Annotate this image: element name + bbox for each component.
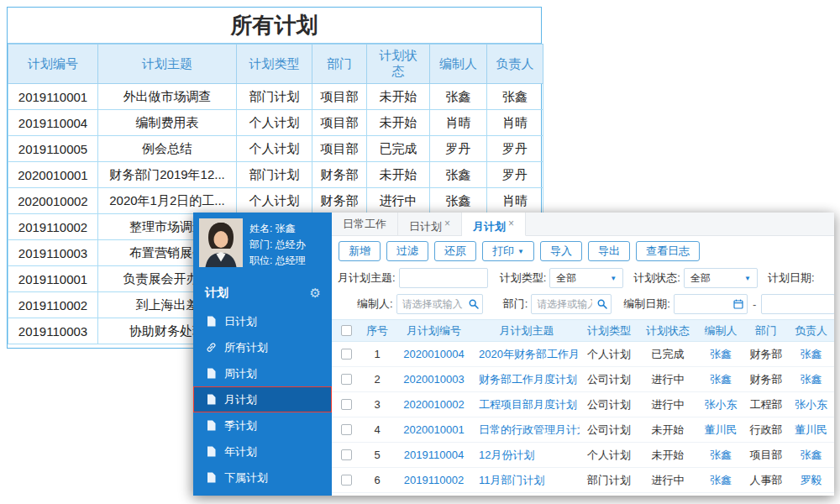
gear-icon[interactable]: ⚙ bbox=[310, 286, 321, 299]
compile-date-end-input[interactable] bbox=[761, 294, 834, 314]
table-row[interactable]: 1 2020010004 2020年财务部工作月... 个人计划 已完成 张鑫 … bbox=[332, 342, 834, 367]
close-icon[interactable]: × bbox=[444, 218, 450, 229]
cell-owner-link[interactable]: 张鑫 bbox=[788, 372, 834, 387]
cell-status: 未开始 bbox=[367, 162, 430, 188]
cell-subject-link[interactable]: 财务部工作月度计划 bbox=[474, 372, 580, 387]
cell-status: 进行中 bbox=[638, 473, 697, 488]
search-icon[interactable] bbox=[597, 299, 607, 309]
table-row[interactable]: 2019110004 编制费用表 个人计划 项目部 未开始 肖晴 肖晴 bbox=[8, 110, 543, 136]
type-filter-value: 全部 bbox=[556, 271, 576, 286]
cell-owner: 张鑫 bbox=[487, 84, 543, 110]
cell-plan-id: 2019110003 bbox=[8, 240, 98, 266]
calendar-icon[interactable] bbox=[733, 299, 743, 309]
column-header-status: 计划状态 bbox=[638, 323, 697, 339]
cell-plan-id-link[interactable]: 2019110004 bbox=[394, 449, 474, 461]
cell-subject-link[interactable]: 工程项目部月度计划 bbox=[474, 397, 580, 412]
table-row[interactable]: 5 2019110004 12月份计划 个人计划 未开始 张鑫 项目部 张鑫 bbox=[332, 443, 834, 468]
table-row[interactable]: 2 2020010003 财务部工作月度计划 公司计划 进行中 张鑫 财务部 张… bbox=[332, 367, 834, 392]
cell-subject-link[interactable]: 日常的行政管理月计划 bbox=[474, 423, 580, 438]
status-filter-label: 计划状态: bbox=[633, 270, 680, 286]
sidebar-item-label: 日计划 bbox=[224, 314, 257, 329]
cell-compiler-link[interactable]: 董川民 bbox=[697, 423, 744, 438]
sidebar-item-label: 周计划 bbox=[224, 366, 257, 381]
cell-plan-id-link[interactable]: 2019110002 bbox=[394, 474, 474, 486]
cell-compiler-link[interactable]: 张鑫 bbox=[697, 372, 744, 387]
table-row[interactable]: 2019110001 外出做市场调查 部门计划 项目部 未开始 张鑫 张鑫 bbox=[8, 84, 543, 110]
tab-daily-plan[interactable]: 日计划× bbox=[398, 213, 462, 236]
cell-subject-link[interactable]: 11月部门计划 bbox=[474, 473, 580, 488]
cell-compiler: 罗丹 bbox=[430, 136, 487, 162]
cell-plan-id: 2019110001 bbox=[8, 84, 98, 110]
cell-plan-id-link[interactable]: 2020010003 bbox=[394, 373, 474, 386]
reset-button[interactable]: 还原 bbox=[434, 241, 476, 261]
status-filter-select[interactable]: 全部 ▼ bbox=[684, 268, 758, 288]
link-icon bbox=[206, 342, 217, 353]
filter-button[interactable]: 过滤 bbox=[386, 241, 428, 261]
tab-label: 日常工作 bbox=[343, 218, 386, 230]
table-row[interactable]: 2019110005 例会总结 个人计划 项目部 已完成 罗丹 罗丹 bbox=[8, 136, 543, 162]
close-icon[interactable]: × bbox=[508, 218, 514, 229]
sidebar-item-all-plans[interactable]: 所有计划 bbox=[193, 334, 332, 360]
add-button[interactable]: 新增 bbox=[339, 241, 381, 261]
cell-compiler-link[interactable]: 张鑫 bbox=[697, 473, 744, 488]
type-filter-select[interactable]: 全部 ▼ bbox=[549, 268, 623, 288]
cell-owner-link[interactable]: 张鑫 bbox=[788, 448, 834, 463]
cell-owner-link[interactable]: 董川民 bbox=[788, 423, 834, 438]
cell-compiler-link[interactable]: 张鑫 bbox=[697, 448, 744, 463]
row-checkbox[interactable] bbox=[341, 374, 352, 385]
search-icon[interactable] bbox=[469, 299, 479, 309]
cell-subject-link[interactable]: 2020年财务部工作月... bbox=[474, 347, 580, 362]
sidebar-item-daily-plan[interactable]: 日计划 bbox=[193, 308, 332, 334]
cell-type: 个人计划 bbox=[580, 448, 638, 463]
row-checkbox[interactable] bbox=[341, 349, 352, 360]
column-header-owner: 负责人 bbox=[487, 45, 543, 84]
cell-plan-id: 2020010001 bbox=[8, 162, 98, 188]
sidebar-section-plan[interactable]: 计划 ⚙ bbox=[193, 281, 332, 305]
cell-dept: 财务部 bbox=[312, 188, 367, 214]
cell-owner: 肖晴 bbox=[487, 188, 543, 214]
cell-subject-link[interactable]: 12月份计划 bbox=[474, 448, 580, 463]
cell-type: 部门计划 bbox=[237, 162, 312, 188]
sidebar-item-label: 年计划 bbox=[224, 444, 257, 459]
view-log-button[interactable]: 查看日志 bbox=[636, 241, 700, 261]
cell-owner-link[interactable]: 张小东 bbox=[788, 397, 834, 412]
sidebar-item-label: 下属计划 bbox=[224, 470, 268, 486]
sidebar-item-monthly-plan[interactable]: 月计划 bbox=[193, 386, 332, 412]
cell-dept: 工程部 bbox=[744, 397, 788, 412]
cell-plan-id: 2019110001 bbox=[8, 266, 98, 292]
table-row[interactable]: 2020010002 2020年1月2日的工... 个人计划 财务部 进行中 张… bbox=[8, 188, 543, 214]
cell-plan-id-link[interactable]: 2020010004 bbox=[394, 348, 474, 360]
select-all-checkbox[interactable] bbox=[341, 325, 352, 336]
subject-filter-input[interactable] bbox=[399, 268, 488, 288]
column-header-compiler: 编制人 bbox=[430, 45, 487, 84]
import-button[interactable]: 导入 bbox=[540, 241, 582, 261]
cell-type: 部门计划 bbox=[237, 84, 312, 110]
sidebar-item-weekly-plan[interactable]: 周计划 bbox=[193, 360, 332, 386]
cell-owner-link[interactable]: 张鑫 bbox=[788, 347, 834, 362]
export-button[interactable]: 导出 bbox=[588, 241, 630, 261]
sidebar-item-subordinate-plans[interactable]: 下属计划 bbox=[193, 465, 332, 491]
row-checkbox[interactable] bbox=[341, 399, 352, 410]
sidebar-item-quarterly-plan[interactable]: 季计划 bbox=[193, 412, 332, 438]
row-checkbox[interactable] bbox=[341, 424, 352, 435]
cell-plan-id-link[interactable]: 2020010002 bbox=[394, 398, 474, 411]
cell-compiler-link[interactable]: 张小东 bbox=[697, 397, 744, 412]
print-button[interactable]: 打印▼ bbox=[482, 241, 534, 261]
tab-daily-work[interactable]: 日常工作 bbox=[332, 213, 398, 236]
tab-monthly-plan[interactable]: 月计划× bbox=[462, 213, 526, 236]
chevron-down-icon: ▼ bbox=[517, 248, 524, 255]
row-checkbox[interactable] bbox=[341, 475, 352, 486]
table-row[interactable]: 4 2020010001 日常的行政管理月计划 公司计划 未开始 董川民 行政部… bbox=[332, 417, 834, 443]
cell-compiler-link[interactable]: 张鑫 bbox=[697, 347, 744, 362]
cell-index: 2 bbox=[360, 373, 394, 386]
sidebar-item-annual-plan[interactable]: 年计划 bbox=[193, 438, 332, 465]
filter-row-2: 编制人: 部门: 编制日期: - bbox=[332, 291, 834, 318]
table-row[interactable]: 6 2019110002 11月部门计划 部门计划 进行中 张鑫 人事部 罗毅 bbox=[332, 468, 834, 493]
cell-owner-link[interactable]: 罗毅 bbox=[788, 473, 834, 488]
cell-status: 未开始 bbox=[367, 84, 430, 110]
cell-type: 个人计划 bbox=[580, 347, 638, 362]
table-row[interactable]: 2020010001 财务部门2019年12... 部门计划 财务部 未开始 张… bbox=[8, 162, 543, 188]
cell-plan-id-link[interactable]: 2020010001 bbox=[394, 423, 474, 436]
table-row[interactable]: 3 2020010002 工程项目部月度计划 公司计划 进行中 张小东 工程部 … bbox=[332, 392, 834, 417]
row-checkbox[interactable] bbox=[341, 449, 352, 460]
